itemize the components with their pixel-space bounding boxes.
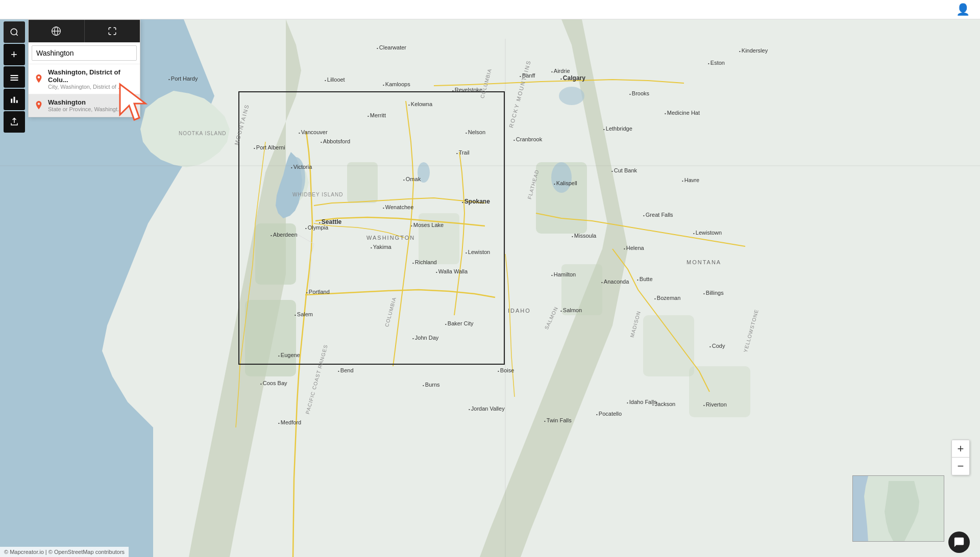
zoom-out-button[interactable]: − bbox=[952, 458, 969, 475]
result-dc-title: Washington, District of Colu... bbox=[48, 68, 135, 84]
map-container[interactable]: Seattle Spokane Vancouver Victoria Olymp… bbox=[0, 19, 980, 557]
chat-button[interactable] bbox=[948, 531, 970, 553]
zoom-in-button[interactable]: + bbox=[952, 440, 969, 458]
svg-rect-20 bbox=[16, 100, 17, 103]
search-tabs bbox=[29, 20, 140, 42]
sidebar-chart-button[interactable] bbox=[4, 89, 25, 110]
svg-point-12 bbox=[559, 87, 584, 105]
search-tab-fullscreen[interactable] bbox=[85, 20, 140, 42]
sidebar-search-button[interactable] bbox=[4, 21, 25, 43]
svg-rect-1 bbox=[255, 223, 296, 285]
sidebar-add-button[interactable]: + bbox=[4, 44, 25, 65]
svg-rect-18 bbox=[11, 99, 12, 103]
svg-rect-3 bbox=[347, 162, 378, 203]
result-dc-icon bbox=[34, 74, 44, 84]
user-icon[interactable]: 👤 bbox=[956, 3, 970, 16]
sidebar: + bbox=[0, 19, 28, 557]
svg-point-11 bbox=[551, 162, 572, 193]
search-input-container bbox=[29, 42, 140, 64]
top-bar: 👤 bbox=[0, 0, 980, 19]
search-input[interactable] bbox=[32, 45, 137, 61]
search-panel: Washington, District of Colu... City, Wa… bbox=[28, 19, 140, 117]
result-dc-text: Washington, District of Colu... City, Wa… bbox=[48, 68, 135, 90]
svg-rect-2 bbox=[245, 300, 296, 376]
svg-rect-8 bbox=[689, 366, 750, 417]
sidebar-layers-button[interactable] bbox=[4, 66, 25, 88]
search-result-state[interactable]: Washington State or Province, Washingt..… bbox=[29, 94, 140, 117]
search-tab-globe[interactable] bbox=[29, 20, 85, 42]
sidebar-export-button[interactable] bbox=[4, 111, 25, 133]
result-state-icon bbox=[34, 100, 44, 111]
result-state-text: Washington State or Province, Washingt..… bbox=[48, 98, 122, 112]
svg-rect-6 bbox=[561, 264, 602, 315]
search-result-dc[interactable]: Washington, District of Colu... City, Wa… bbox=[29, 64, 140, 94]
search-results: Washington, District of Colu... City, Wa… bbox=[29, 64, 140, 117]
svg-rect-19 bbox=[13, 97, 15, 103]
mini-map[interactable] bbox=[852, 475, 944, 542]
svg-point-10 bbox=[418, 162, 430, 183]
result-state-title: Washington bbox=[48, 98, 122, 106]
zoom-controls: + − bbox=[951, 440, 970, 475]
map-svg bbox=[0, 19, 980, 557]
svg-rect-7 bbox=[643, 315, 694, 376]
result-state-subtitle: State or Province, Washingt... bbox=[48, 106, 122, 112]
result-dc-subtitle: City, Washington, District of ... bbox=[48, 84, 135, 90]
svg-point-17 bbox=[11, 29, 17, 35]
